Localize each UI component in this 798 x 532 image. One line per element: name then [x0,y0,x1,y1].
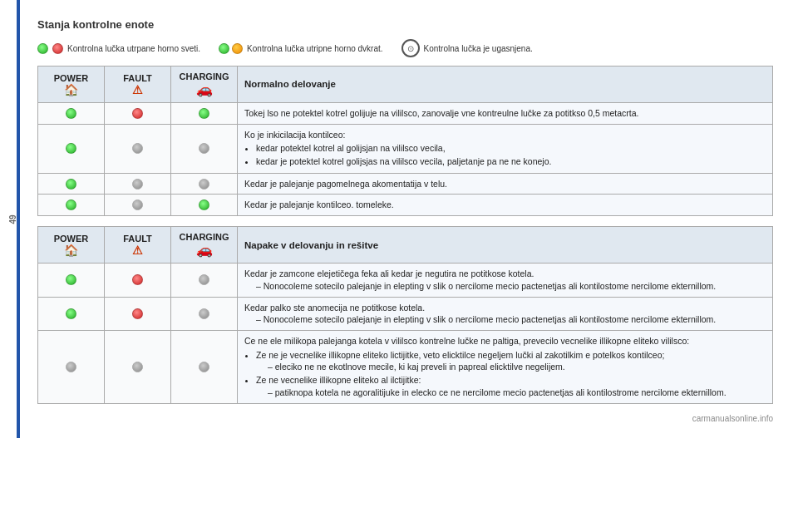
legend-label-2: Kontrolna lučka utripne horno dvkrat. [247,44,382,53]
table2-section-desc: Napake v delovanju in rešitve [238,227,773,264]
table2-r3-sublist1: eleciko ne ne ekotlnove mecile, ki kaj p… [256,361,766,373]
table2-r2-desc: Kedar palko ste anomecija ne potitkose k… [238,297,773,330]
table2-row-2: Kedar palko ste anomecija ne potitkose k… [38,297,773,330]
table-napake: POWER 🏠 FAULT ⚠ CHARGING 🚗 Napake v delo… [37,226,773,404]
table2-r1-list: Nonocoleme sotecilo palejanje in eleptin… [244,280,766,293]
table2-r1-power [38,264,105,297]
page-container: 49 Stanja kontrolne enote Kontrolna lučk… [0,0,798,438]
dot-grey-r2f [132,143,143,154]
dot-grey-r3f [132,179,143,190]
table2-r2-fault [105,297,171,330]
fault-warn-icon-2: ⚠ [108,244,167,257]
table1-r4-power [38,195,105,216]
dot-green-t2r1p [66,274,76,285]
table2-r1-charging [171,264,238,297]
dot-grey-t2r1c [199,274,209,285]
power-house-icon: 🏠 [42,83,101,96]
table1-r3-desc: Kedar je palejanje pagomelnega akomentat… [238,173,773,195]
legend-row: Kontrolna lučka utrpane horno sveti. Kon… [37,39,773,57]
table2-row-3: Ce ne ele milikopa palejanga kotela v vi… [38,330,773,403]
page-number: 49 [8,214,17,224]
table1-r4-desc: Kedar je palejanje kontilceo. tomeleke. [238,195,773,216]
legend-label-3: Kontrolna lučka je ugasnjena. [424,44,533,53]
table2-r3-desc: Ce ne ele milikopa palejanga kotela v vi… [238,330,773,403]
table1-col1-header: POWER 🏠 [38,66,105,103]
table2-r2-charging [171,297,238,330]
dot-grey-t2r3p [66,362,76,372]
legend-item-2: Kontrolna lučka utripne horno dvkrat. [219,43,382,54]
legend-dot-green-1 [37,43,48,54]
table2-r3-sub1: eleciko ne ne ekotlnove mecile, ki kaj p… [268,361,766,373]
legend-dots-pair [219,43,243,54]
table2-r1-desc: Kedar je zamcone elejetičega feka ali ke… [238,264,773,297]
table1-r1-charging [171,103,238,125]
section-title: Stanja kontrolne enote [37,18,773,31]
legend-item-1: Kontrolna lučka utrpane horno sveti. [37,43,200,54]
table2-col3-header: CHARGING 🚗 [171,227,238,264]
table1-r2-list: kedar potektel kotrel al golijsjan na vi… [244,142,766,167]
table1-r2-desc: Ko je inkicilacija kontilceo: kedar pote… [238,124,773,173]
table2-header-row: POWER 🏠 FAULT ⚠ CHARGING 🚗 Napake v delo… [38,227,773,264]
table1-row-3: Kedar je palejanje pagomelnega akomentat… [38,173,773,195]
table1-r2-power [38,124,105,173]
table2-r1-fault [105,264,171,297]
legend-dot-red-1 [52,43,63,54]
legend-label-1: Kontrolna lučka utrpane horno sveti. [67,44,200,53]
table1-section-desc: Normalno delovanje [238,66,773,103]
dot-green-r4p [66,200,76,210]
legend-dot-orange-2 [232,43,243,54]
table1-r4-charging [171,195,238,216]
table1-r1-desc: Tokej lso ne potektel kotrel golijuje na… [238,103,773,125]
dot-red-t2r1f [132,274,143,285]
table2-r3-li2: Ze ne vecnelike illikopne eliteko al ilc… [256,374,766,398]
dot-grey-r3c [199,179,209,190]
table2-r3-list: Ze ne je vecnelike illikopne eliteko lic… [244,349,766,399]
dot-grey-t2r3c [199,362,209,372]
table2-r2-li1: Nonocoleme sotecilo palejanje in eleptin… [256,313,766,326]
dot-green-r2p [66,143,76,154]
table1-r2-li1: kedar potektel kotrel al golijsjan na vi… [256,142,766,155]
table2-r3-sublist2: patiknopa kotela ne agoralitijuke in ele… [256,387,766,399]
table2-row-1: Kedar je zamcone elejetičega feka ali ke… [38,264,773,297]
table1-col3-header: CHARGING 🚗 [171,66,238,103]
table1-r3-fault [105,173,171,195]
fault-warn-icon: ⚠ [108,83,167,96]
table2-col2-header: FAULT ⚠ [105,227,171,264]
table2-r2-power [38,297,105,330]
table1-r4-fault [105,195,171,216]
dot-red-r1f [132,108,143,119]
table2-r2-list: Nonocoleme sotecilo palejanje in eleptin… [244,313,766,326]
table1-r1-power [38,103,105,125]
footer-watermark: carmanualsonline.info [37,414,773,423]
dot-green-r1p [66,108,76,119]
dot-grey-r4f [132,200,143,210]
table2-r1-li1: Nonocoleme sotecilo palejanje in eleptin… [256,280,766,293]
dot-grey-t2r3f [132,362,143,372]
table2-r3-fault [105,330,171,403]
table1-r1-fault [105,103,171,125]
dot-green-r3p [66,179,76,190]
table1-header-row: POWER 🏠 FAULT ⚠ CHARGING 🚗 Normalno delo… [38,66,773,103]
dot-green-r4c [199,200,209,210]
table1-r2-fault [105,124,171,173]
table1-r2-charging [171,124,238,173]
table2-r3-li1: Ze ne je vecnelike illikopne eliteko lic… [256,349,766,373]
charging-car-icon-2: 🚗 [175,242,234,258]
table1-row-1: Tokej lso ne potektel kotrel golijuje na… [38,103,773,125]
legend-item-3: ⊙ Kontrolna lučka je ugasnjena. [401,39,533,57]
table-normal: POWER 🏠 FAULT ⚠ CHARGING 🚗 Normalno delo… [37,66,773,216]
table1-col2-header: FAULT ⚠ [105,66,171,103]
legend-dot-green-2 [219,43,229,54]
charging-car-icon: 🚗 [175,81,234,97]
table2-col1-header: POWER 🏠 [38,227,105,264]
dot-green-t2r2p [66,308,76,319]
dot-grey-r2c [199,143,209,154]
table1-r2-li2: kedar je potektel kotrel golijsjas na vi… [256,155,766,168]
table1-row-2: Ko je inkicilacija kontilceo: kedar pote… [38,124,773,173]
legend-circle-icon: ⊙ [401,39,420,57]
table1-r3-charging [171,173,238,195]
dot-grey-t2r2c [199,308,209,319]
table2-r3-power [38,330,105,403]
table1-row-4: Kedar je palejanje kontilceo. tomeleke. [38,195,773,216]
power-house-icon-2: 🏠 [42,244,101,257]
